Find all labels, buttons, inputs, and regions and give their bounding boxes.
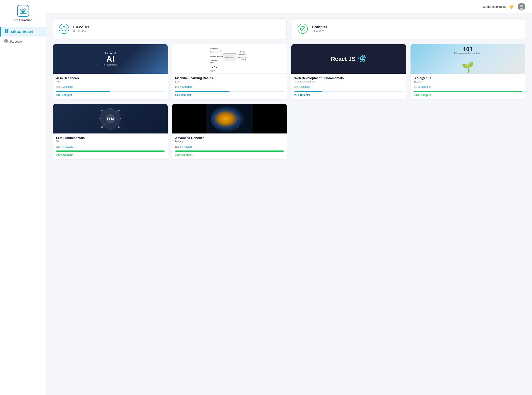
content-area: En cours 3 Courses Complét 3 Courses — [46, 13, 532, 395]
parcourir-label: Parcourir — [10, 40, 22, 43]
svg-point-55 — [110, 108, 111, 109]
course-thumb-react: React JS — [291, 44, 406, 74]
course-cat-ai: Tech — [56, 80, 165, 83]
svg-text:Forest cover: Forest cover — [210, 51, 219, 53]
avatar[interactable] — [518, 3, 525, 11]
logo-icon — [17, 5, 29, 17]
course-chapters-bio: 📖 3 Chapters — [413, 85, 522, 88]
course-chapters-webdev: 📖 1 Chapter — [294, 85, 403, 88]
progress-wrap-ai — [56, 91, 165, 92]
book-icon-webdev: 📖 — [294, 85, 298, 88]
progress-fill-llm — [56, 150, 165, 152]
course-thumb-bio: 101 Biology According to the Days of Cre… — [411, 44, 525, 74]
course-card-webdev[interactable]: React JS Web Development Fundamentals We… — [291, 44, 406, 100]
course-name-llm: LLM Fundamentals — [56, 136, 165, 140]
course-cat-genetics: Biology — [175, 140, 284, 143]
course-card-genetics[interactable]: Advanced Genetics Biology 📖 5 Chapters 1… — [172, 104, 287, 159]
svg-text:data B: data B — [210, 71, 214, 72]
course-cat-webdev: Web Development — [294, 80, 403, 83]
tableau-label: Tableau de bord — [11, 30, 33, 33]
progress-label-genetics: 100% Complet — [175, 154, 284, 156]
progress-wrap-bio — [413, 91, 522, 92]
course-cat-ml: LLM — [175, 80, 284, 83]
course-card-ai-healthcare[interactable]: Future of AI in Healthcare AI in Healthc… — [53, 44, 168, 100]
course-name-ai: AI in Healthcare — [56, 76, 165, 80]
course-chapters-ml: 📖 4 Chapters — [175, 85, 284, 88]
mode-label: Mode enseignant — [483, 5, 506, 8]
svg-text:modeling: modeling — [226, 59, 231, 60]
stat-complet-sub: 3 Courses — [312, 29, 327, 33]
progress-label-llm: 100% Complet — [56, 154, 165, 156]
svg-text:distribution: distribution — [239, 53, 246, 55]
dashboard-icon — [5, 29, 9, 34]
svg-rect-4 — [5, 29, 6, 31]
sidebar-nav: Tableau de bord Parcourir — [0, 25, 46, 48]
browse-icon — [4, 39, 8, 44]
sidebar: Pro Formation Tableau de bord — [0, 0, 46, 395]
sidebar-item-parcourir[interactable]: Parcourir — [0, 37, 46, 46]
stat-complet-text: Complét 3 Courses — [312, 25, 327, 33]
book-icon-bio: 📖 — [413, 85, 417, 88]
main-area: Mode enseignant ☀️ — [46, 0, 532, 395]
stat-en-cours-sub: 3 Courses — [73, 29, 89, 33]
svg-point-58 — [110, 129, 111, 130]
svg-point-3 — [22, 9, 24, 10]
course-name-ml: Machine Learning Basics — [175, 76, 284, 80]
svg-rect-5 — [7, 29, 8, 31]
svg-point-47 — [362, 58, 363, 59]
course-name-webdev: Web Development Fundamentals — [294, 76, 403, 80]
course-thumb-ai: Future of AI in Healthcare — [53, 44, 168, 74]
svg-text:in area B: in area B — [240, 59, 246, 60]
svg-text:Observation: Observation — [210, 60, 218, 61]
stats-row: En cours 3 Courses Complét 3 Courses — [53, 18, 525, 39]
progress-fill-ai — [56, 91, 110, 92]
progress-wrap-llm — [56, 150, 165, 152]
progress-fill-bio — [413, 91, 522, 92]
stat-en-cours-text: En cours 3 Courses — [73, 25, 89, 33]
course-thumb-ml: Precipitation Forest cover Economy & soc… — [172, 44, 287, 74]
sidebar-item-tableau[interactable]: Tableau de bord — [0, 27, 46, 37]
book-icon-llm: 📖 — [56, 145, 60, 148]
progress-label-ai: 50% Complet — [56, 93, 165, 97]
progress-wrap-ml — [175, 91, 284, 92]
progress-wrap-webdev — [294, 91, 403, 92]
svg-point-40 — [216, 67, 217, 68]
svg-point-9 — [5, 40, 7, 42]
course-thumb-llm: LLM — [53, 104, 168, 133]
progress-wrap-genetics — [175, 150, 284, 152]
svg-point-39 — [214, 66, 215, 67]
course-name-genetics: Advanced Genetics — [175, 136, 284, 140]
svg-text:Species: Species — [240, 51, 245, 53]
course-thumb-genetics — [172, 104, 287, 133]
book-icon: 📖 — [56, 85, 60, 88]
progress-fill-webdev — [294, 91, 322, 92]
svg-rect-1 — [22, 11, 24, 14]
svg-text:Machine learning: Machine learning — [224, 57, 234, 58]
progress-fill-ml — [175, 91, 229, 92]
svg-line-19 — [64, 29, 65, 29]
course-card-bio[interactable]: 101 Biology According to the Days of Cre… — [410, 44, 525, 100]
svg-text:LLM: LLM — [107, 117, 114, 121]
progress-label-webdev: 25% Complet — [294, 93, 403, 97]
svg-point-20 — [300, 27, 305, 31]
stat-complet-title: Complét — [312, 25, 327, 29]
stat-en-cours-title: En cours — [73, 25, 89, 29]
course-card-ml[interactable]: Precipitation Forest cover Economy & soc… — [172, 44, 287, 100]
svg-point-57 — [120, 118, 121, 119]
svg-point-56 — [99, 118, 100, 119]
course-card-llm[interactable]: LLM — [53, 104, 168, 159]
svg-rect-6 — [5, 31, 6, 33]
stat-card-en-cours: En cours 3 Courses — [53, 18, 287, 39]
svg-text:Big data +: Big data + — [224, 55, 230, 56]
svg-point-15 — [520, 5, 523, 7]
book-icon-ml: 📖 — [175, 85, 179, 88]
course-chapters-ai: 📖 3 Chapters — [56, 85, 165, 88]
progress-label-ml: 50% Complet — [175, 93, 284, 97]
theme-toggle-icon[interactable]: ☀️ — [509, 4, 514, 9]
check-icon-wrap — [298, 24, 308, 34]
svg-text:data A: data A — [210, 62, 215, 64]
course-cat-bio: Biology — [413, 80, 522, 83]
stat-card-complet: Complét 3 Courses — [292, 18, 525, 39]
course-chapters-llm: 📖 4 Chapters — [56, 145, 165, 148]
logo-text: Pro Formation — [14, 18, 32, 22]
